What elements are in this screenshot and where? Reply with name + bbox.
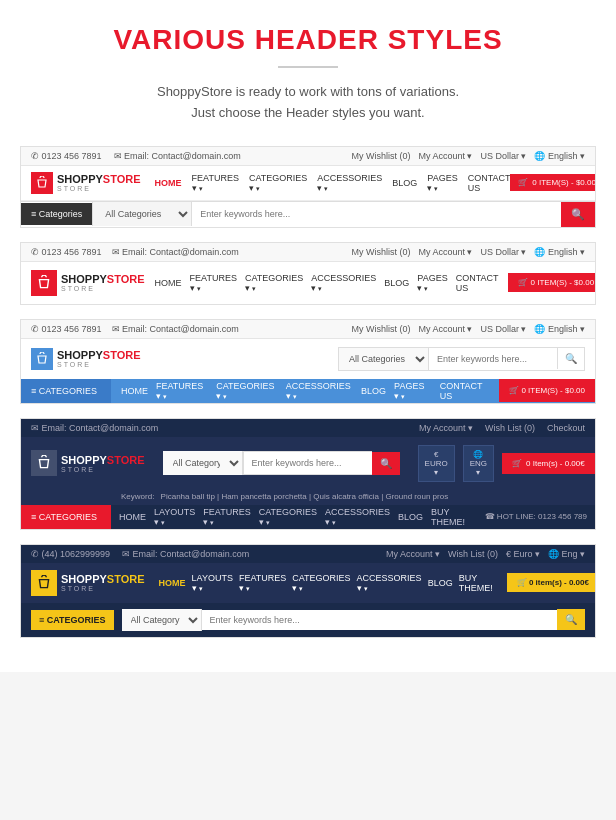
s2-nav-categories[interactable]: CATEGORIES ▾: [245, 273, 303, 293]
s4-account[interactable]: My Account ▾: [419, 423, 473, 433]
s5-nav-home[interactable]: HOME: [159, 578, 186, 588]
s3-topbar-left: ✆ 0123 456 7891 ✉ Email: Contact@domain.…: [31, 324, 239, 334]
s4-keyword-label: Keyword:: [121, 492, 154, 501]
s4-nav-features[interactable]: FEATURES ▾: [203, 507, 250, 527]
nav-contact[interactable]: CONTACT US: [468, 173, 511, 193]
s3-language[interactable]: 🌐 English ▾: [534, 324, 585, 334]
s1-topbar-right: My Wishlist (0) My Account ▾ US Dollar ▾…: [351, 151, 585, 161]
s4-euro-button[interactable]: € EURO ▾: [418, 445, 455, 482]
s3-navbar: ≡ CATEGORIES HOME FEATURES ▾ CATEGORIES …: [21, 379, 595, 403]
s5-eng[interactable]: 🌐 Eng ▾: [548, 549, 585, 559]
s4-nav-home[interactable]: HOME: [119, 512, 146, 522]
s5-nav-buy-theme[interactable]: BUY THEME!: [459, 573, 493, 593]
s1-account[interactable]: My Account ▾: [418, 151, 472, 161]
nav-pages[interactable]: PAGES ▾: [427, 173, 457, 193]
s5-cart-label: 0 item(s) - 0.00€: [529, 578, 589, 587]
s3-cat-select[interactable]: All Categories: [339, 348, 429, 370]
s2-language[interactable]: 🌐 English ▾: [534, 247, 585, 257]
nav-home[interactable]: HOME: [155, 178, 182, 188]
s5-cart[interactable]: 🛒 0 item(s) - 0.00€: [507, 573, 596, 592]
s2-currency[interactable]: US Dollar ▾: [480, 247, 526, 257]
s3-search-input[interactable]: [429, 349, 557, 369]
s5-nav-categories[interactable]: CATEGORIES ▾: [292, 573, 350, 593]
s5-nav-features[interactable]: FEATURES ▾: [239, 573, 286, 593]
s4-nav-layouts[interactable]: LAYOUTS ▾: [154, 507, 195, 527]
s4-nav-blog[interactable]: BLOG: [398, 512, 423, 522]
s4-middle: SHOPPYSTORE STORE All Category 🔍 € EURO …: [21, 437, 595, 490]
s5-categories-btn[interactable]: ≡ CATEGORIES: [31, 610, 114, 630]
s5-logo-icon: [31, 570, 57, 596]
s4-nav-accessories[interactable]: ACCESSORIES ▾: [325, 507, 390, 527]
s4-checkout[interactable]: Checkout: [547, 423, 585, 433]
s2-phone: ✆ 0123 456 7891: [31, 247, 102, 257]
s2-account[interactable]: My Account ▾: [418, 247, 472, 257]
s5-nav-blog[interactable]: BLOG: [428, 578, 453, 588]
s1-search-button[interactable]: 🔍: [561, 202, 595, 227]
s5-main: SHOPPYSTORE STORE HOME LAYOUTS ▾ FEATURE…: [21, 563, 595, 603]
s3-nav-pages[interactable]: PAGES ▾: [394, 381, 432, 401]
nav-blog[interactable]: BLOG: [392, 178, 417, 188]
s4-keyword-example: Picanha ball tip | Ham pancetta porchett…: [161, 492, 449, 501]
s2-wishlist[interactable]: My Wishlist (0): [351, 247, 410, 257]
subtitle-line1: ShoppyStore is ready to work with tons o…: [157, 84, 459, 99]
s2-nav-accessories[interactable]: ACCESSORIES ▾: [311, 273, 376, 293]
s2-nav-contact[interactable]: CONTACT US: [456, 273, 499, 293]
s1-cat-select[interactable]: All Categories: [92, 202, 192, 226]
s5-nav: HOME LAYOUTS ▾ FEATURES ▾ CATEGORIES ▾ A…: [153, 573, 499, 593]
s4-navbar: ≡ CATEGORIES HOME LAYOUTS ▾ FEATURES ▾ C…: [21, 505, 595, 529]
nav-accessories[interactable]: ACCESSORIES ▾: [317, 173, 382, 193]
s3-nav-contact[interactable]: CONTACT US: [440, 381, 489, 401]
nav-features[interactable]: FEATURES ▾: [192, 173, 239, 193]
s2-nav-features[interactable]: FEATURES ▾: [190, 273, 237, 293]
s5-cat-select[interactable]: All Category: [122, 609, 202, 631]
s5-logo: SHOPPYSTORE STORE: [31, 570, 145, 596]
s3-search-button[interactable]: 🔍: [557, 348, 584, 369]
s5-nav-accessories[interactable]: ACCESSORIES ▾: [357, 573, 422, 593]
s1-wishlist[interactable]: My Wishlist (0): [351, 151, 410, 161]
s5-search-input[interactable]: [202, 610, 557, 630]
s3-nav-blog[interactable]: BLOG: [361, 386, 386, 396]
s4-nav-buy-theme[interactable]: BUY THEME!: [431, 507, 469, 527]
s1-search-input[interactable]: [192, 203, 561, 225]
s5-wishlist[interactable]: Wish List (0): [448, 549, 498, 559]
s3-nav-categories[interactable]: CATEGORIES ▾: [216, 381, 278, 401]
s4-logo: SHOPPYSTORE STORE: [31, 450, 145, 476]
s4-wishlist[interactable]: Wish List (0): [485, 423, 535, 433]
s1-navbar: SHOPPYSTORE STORE HOME FEATURES ▾ CATEGO…: [21, 166, 595, 201]
s4-nav-categories[interactable]: CATEGORIES ▾: [259, 507, 317, 527]
s5-account[interactable]: My Account ▾: [386, 549, 440, 559]
s4-eng-button[interactable]: 🌐 ENG ▾: [463, 445, 494, 482]
s4-cart[interactable]: 🛒 0 Item(s) - 0.00€: [502, 453, 595, 474]
s3-nav-accessories[interactable]: ACCESSORIES ▾: [286, 381, 353, 401]
s2-nav: HOME FEATURES ▾ CATEGORIES ▾ ACCESSORIES…: [155, 273, 499, 293]
s1-cart[interactable]: 🛒0 ITEM(S) - $0.00: [510, 174, 596, 191]
s4-search-input[interactable]: [243, 451, 372, 475]
s3-categories-btn[interactable]: ≡ CATEGORIES: [21, 379, 111, 403]
s3-account[interactable]: My Account ▾: [418, 324, 472, 334]
s2-nav-blog[interactable]: BLOG: [384, 278, 409, 288]
s3-cart[interactable]: 🛒 0 ITEM(S) - $0.00: [499, 379, 595, 402]
s4-logo-icon: [31, 450, 57, 476]
s1-language[interactable]: 🌐 English ▾: [534, 151, 585, 161]
s3-wishlist[interactable]: My Wishlist (0): [351, 324, 410, 334]
s4-search-button[interactable]: 🔍: [372, 452, 400, 475]
s5-nav-layouts[interactable]: LAYOUTS ▾: [192, 573, 233, 593]
s5-topbar-right: My Account ▾ Wish List (0) € Euro ▾ 🌐 En…: [386, 549, 585, 559]
s3-currency[interactable]: US Dollar ▾: [480, 324, 526, 334]
s5-search-button[interactable]: 🔍: [557, 609, 585, 630]
s1-currency[interactable]: US Dollar ▾: [480, 151, 526, 161]
s3-nav-features[interactable]: FEATURES ▾: [156, 381, 208, 401]
s4-search-area: All Category 🔍: [163, 451, 400, 475]
s3-middle: SHOPPYSTORE STORE All Categories 🔍: [21, 339, 595, 379]
s2-nav-home[interactable]: HOME: [155, 278, 182, 288]
s2-cart[interactable]: 🛒 0 ITEM(S) - $0.00: [508, 273, 596, 292]
nav-categories[interactable]: CATEGORIES ▾: [249, 173, 307, 193]
s5-euro[interactable]: € Euro ▾: [506, 549, 540, 559]
s1-topbar: ✆ 0123 456 7891 ✉ Email: Contact@domain.…: [21, 147, 595, 166]
s2-topbar: ✆ 0123 456 7891 ✉ Email: Contact@domain.…: [21, 243, 595, 262]
s3-nav-home[interactable]: HOME: [121, 386, 148, 396]
s4-categories-btn[interactable]: ≡ CATEGORIES: [21, 505, 111, 529]
s2-nav-pages[interactable]: PAGES ▾: [417, 273, 447, 293]
s1-categories-btn[interactable]: ≡ Categories: [21, 203, 92, 225]
s4-cat-select[interactable]: All Category: [163, 451, 243, 475]
